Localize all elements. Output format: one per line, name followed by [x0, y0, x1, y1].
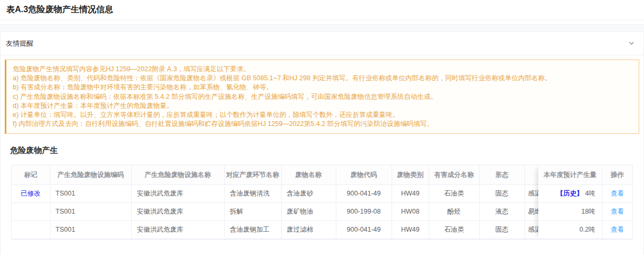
col-header-action: 操作	[602, 165, 632, 184]
cell-waste-name: 含油废砂	[281, 184, 336, 202]
cell-facility-name: 安徽洪武危废库	[131, 202, 224, 221]
notice-item-b: b) 有害成分名称：危险废物中对环境有害的主要污染物名称，如苯系物、氰化物、砷等…	[13, 83, 632, 92]
cell-process: 含油废钢加工	[224, 221, 281, 239]
chevron-down-icon[interactable]	[628, 40, 635, 47]
notice-item-a: a) 危险废物名称、类别、代码和危险特性：依据《国家危险废物名录》或根据 GB …	[13, 74, 632, 83]
col-header-mark: 标记	[12, 165, 50, 184]
cell-process: 含油废钢清洗	[224, 184, 281, 202]
col-header-facility-code: 产生危险废物设施编码	[50, 165, 131, 184]
col-header-waste-category: 废物类别	[392, 165, 429, 184]
cell-action: 查看	[602, 221, 632, 239]
cell-waste-name: 废过滤棉	[281, 221, 336, 239]
main-card: 友情提醒 危险废物产生情况填写内容参见HJ 1259—2022附录 A.3，填写…	[0, 32, 644, 254]
view-link[interactable]: 查看	[611, 208, 624, 215]
fixed-row: 0.2吨 查看	[538, 221, 632, 239]
amount-value: 18吨	[581, 208, 595, 215]
notice-item-f: f) 内部治理方式及去向：自行利用设施编码、自行处置设施编码和贮存设施编码依据H…	[13, 120, 632, 129]
amount-value: 0.2吨	[580, 226, 596, 233]
cell-action: 查看	[602, 184, 632, 202]
col-header-facility-name: 产生危险废物设施名称	[131, 165, 224, 184]
cell-mark: 已修改	[12, 184, 50, 202]
cell-amount: 0.2吨	[538, 221, 602, 239]
page-title: 表A.3危险废物产生情况信息	[6, 4, 113, 15]
reminder-title: 友情提醒	[6, 39, 33, 48]
waste-table: 标记 产生危险废物设施编码 产生危险废物设施名称 对应产废环节名称 废物名称 废…	[11, 165, 633, 240]
page-header: 表A.3危险废物产生情况信息	[0, 0, 644, 20]
cell-facility-code: TS001	[50, 221, 131, 239]
cell-harmful-component: 酚烃	[429, 202, 479, 221]
cell-form: 固态	[479, 184, 524, 202]
notice-intro: 危险废物产生情况填写内容参见HJ 1259—2022附录 A.3，填写应满足以下…	[13, 65, 632, 74]
cell-amount: 【历史】 4吨	[538, 184, 602, 202]
fixed-row: 【历史】 4吨 查看	[538, 184, 632, 202]
view-link[interactable]: 查看	[611, 226, 624, 233]
cell-harmful-component: 石油类	[429, 221, 479, 239]
cell-waste-code: 900-041-49	[336, 221, 392, 239]
history-tag: 【历史】	[557, 190, 583, 197]
cell-waste-name: 废矿物油	[281, 202, 336, 221]
col-header-process: 对应产废环节名称	[224, 165, 281, 184]
fixed-right-columns: 本年度预计产生量 操作 【历史】 4吨 查看 18吨 查看 0.2吨 查看	[538, 165, 632, 239]
cell-harmful-component: 石油类	[429, 184, 479, 202]
waste-table-fixed: 本年度预计产生量 操作 【历史】 4吨 查看 18吨 查看 0.2吨 查看	[538, 165, 632, 239]
notice-item-e: e) 计量单位：填写吨。以升、立方米等体积计量的，应折算成重量吨；以个数作为计量…	[13, 111, 632, 120]
cell-amount: 18吨	[538, 202, 602, 221]
reminder-collapse-header[interactable]: 友情提醒	[1, 32, 643, 55]
cell-mark	[12, 221, 50, 239]
cell-waste-category: HW49	[392, 184, 429, 202]
cell-waste-code: 900-041-49	[336, 184, 392, 202]
col-header-form: 形态	[479, 165, 524, 184]
section-title: 危险废物产生	[10, 146, 643, 156]
cell-facility-name: 安徽洪武危废库	[131, 184, 224, 202]
cell-waste-code: 900-199-08	[336, 202, 392, 221]
amount-value: 4吨	[585, 190, 595, 197]
card-gap-divider	[0, 24, 644, 32]
cell-facility-name: 安徽洪武危废库	[131, 221, 224, 239]
view-link[interactable]: 查看	[611, 190, 624, 197]
cell-action: 查看	[602, 202, 632, 221]
cell-mark	[12, 202, 50, 221]
cell-waste-category: HW08	[392, 202, 429, 221]
reminder-notice-box: 危险废物产生情况填写内容参见HJ 1259—2022附录 A.3，填写应满足以下…	[5, 60, 639, 134]
cell-waste-category: HW49	[392, 221, 429, 239]
cell-process: 拆解	[224, 202, 281, 221]
col-header-waste-name: 废物名称	[281, 165, 336, 184]
notice-item-d: d) 本年度预计产生量：本年度预计产生的危险废物量。	[13, 101, 632, 111]
fixed-row: 18吨 查看	[538, 202, 632, 221]
cell-form: 固态	[479, 221, 524, 239]
cell-facility-code: TS001	[50, 202, 131, 221]
col-header-waste-code: 废物代码	[336, 165, 392, 184]
notice-item-c: c) 产生危险废物设施名称和编码：依据本标准第 5.4.2 部分填写的生产设施名…	[13, 92, 632, 101]
col-header-harmful-component: 有害成分名称	[429, 165, 479, 184]
col-header-amount: 本年度预计产生量	[538, 165, 602, 184]
cell-facility-code: TS001	[50, 184, 131, 202]
fixed-header-row: 本年度预计产生量 操作	[538, 165, 632, 184]
cell-form: 液态	[479, 202, 524, 221]
